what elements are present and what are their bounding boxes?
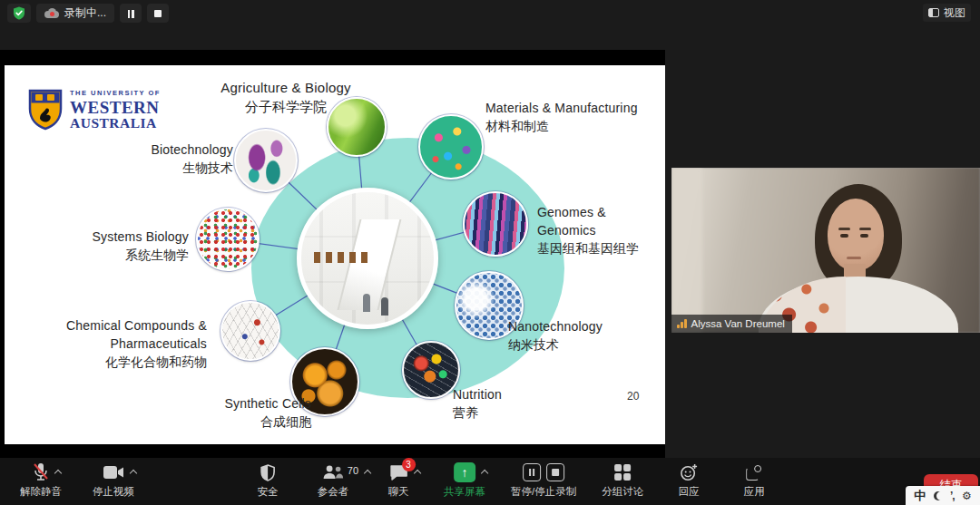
topic-zh: 生物技术 (88, 160, 233, 178)
materials-image-circle (418, 114, 484, 180)
shield-check-icon (13, 6, 25, 20)
participant-face (828, 199, 884, 271)
stop-video-button[interactable]: 停止视频 (93, 462, 134, 499)
ime-toolbar[interactable]: 中 ’, ⚙ (906, 486, 980, 505)
participant-feature (838, 228, 850, 230)
microphone-muted-icon (33, 462, 49, 482)
topic-materials: Materials & Manufacturing 材料和制造 (485, 100, 662, 136)
video-options-caret[interactable] (131, 469, 137, 475)
share-screen-button[interactable]: ↑ 共享屏幕 (444, 462, 485, 499)
recording-status-text: 录制中... (64, 5, 106, 21)
genomics-image-circle (463, 191, 528, 257)
topic-en: Genomes & Genomics (537, 204, 644, 240)
ime-fullwidth-moon-icon[interactable] (934, 491, 943, 500)
stop-recording-button[interactable] (147, 4, 169, 23)
topic-en: Nutrition (453, 386, 553, 404)
participant-name: Alyssa Van Dreumel (691, 318, 785, 329)
recording-indicator: 录制中... (36, 4, 114, 23)
participants-count: 70 (348, 465, 358, 476)
pause-stop-recording-button[interactable]: 暂停/停止录制 (511, 462, 576, 499)
participant-feature (847, 257, 861, 259)
participant-feature (859, 228, 871, 230)
ime-settings-gear-icon[interactable]: ⚙ (962, 490, 972, 502)
pause-recording-button[interactable] (120, 4, 142, 23)
participant-feature (840, 234, 848, 238)
share-screen-icon: ↑ (454, 462, 475, 482)
reactions-button[interactable]: 回应 (669, 462, 709, 499)
presentation-slide: THE UNIVERSITY OF WESTERN AUSTRALIA (5, 65, 665, 444)
topic-zh: 基因组和基因组学 (537, 240, 644, 258)
apps-icon (746, 464, 762, 481)
topic-systems-biology: Systems Biology 系统生物学 (54, 228, 189, 265)
share-options-caret[interactable] (482, 469, 488, 475)
chat-unread-badge: 3 (402, 458, 416, 471)
unmute-button[interactable]: 解除静音 (20, 462, 62, 499)
participants-button[interactable]: 70 参会者 (313, 462, 353, 499)
topic-nanotechnology: Nanotechnology 纳米技术 (508, 318, 658, 354)
stop-video-label: 停止视频 (93, 485, 134, 499)
topic-en: Synthetic Cells (141, 395, 311, 413)
pause-icon (127, 5, 135, 22)
apps-button[interactable]: 应用 (734, 462, 774, 499)
mic-options-caret[interactable] (55, 469, 62, 475)
topic-zh: 化学化合物和药物 (30, 354, 207, 372)
stop-recording-icon[interactable] (546, 463, 564, 481)
breakout-rooms-button[interactable]: 分组讨论 (602, 462, 643, 499)
topic-en: Systems Biology (54, 228, 189, 247)
participant-video-tile[interactable]: Alyssa Van Dreumel (671, 168, 980, 333)
recording-controls: 录制中... (7, 4, 169, 23)
chat-options-caret[interactable] (415, 469, 421, 475)
chat-label: 聊天 (388, 485, 409, 499)
topic-en: Materials & Manufacturing (485, 100, 662, 118)
reactions-smiley-icon (680, 463, 698, 481)
audio-level-icon (677, 319, 687, 328)
topic-genomics: Genomes & Genomics 基因组和基因组学 (537, 204, 644, 258)
chat-button[interactable]: 3 聊天 (378, 462, 418, 499)
topic-zh: 系统生物学 (54, 247, 189, 265)
building-photo-circle (297, 188, 438, 329)
topic-zh: 纳米技术 (508, 336, 658, 354)
topic-biotechnology: Biotechnology 生物技术 (88, 141, 233, 178)
view-layout-icon (928, 8, 939, 17)
topic-zh: 营养 (453, 404, 553, 422)
camera-icon (103, 465, 124, 480)
topic-nutrition: Nutrition 营养 (453, 386, 553, 422)
meeting-toolbar: 解除静音 停止视频 安全 (0, 458, 980, 505)
doors-graphic (314, 252, 368, 263)
topic-zh: 材料和制造 (485, 118, 662, 136)
biotechnology-image-circle (234, 129, 298, 192)
shared-screen-stage: THE UNIVERSITY OF WESTERN AUSTRALIA (0, 50, 665, 458)
share-screen-label: 共享屏幕 (444, 485, 485, 499)
security-shield-button[interactable] (7, 4, 31, 23)
ime-language-mode[interactable]: 中 (914, 488, 926, 504)
apps-label: 应用 (744, 485, 765, 499)
view-button[interactable]: 视图 (923, 4, 971, 22)
topic-agriculture: Agriculture & Biology 分子科学学院 (191, 78, 381, 117)
breakout-grid-icon (614, 464, 632, 481)
security-button[interactable]: 安全 (248, 462, 288, 499)
participants-icon (322, 464, 344, 481)
nutrition-image-circle (402, 341, 460, 399)
participants-label: 参会者 (318, 485, 349, 499)
reactions-label: 回应 (679, 485, 700, 499)
cloud-recording-icon (44, 8, 59, 18)
person-silhouette (363, 294, 370, 312)
slide-page-number: 20 (627, 390, 639, 403)
breakout-rooms-label: 分组讨论 (602, 485, 643, 499)
participants-options-caret[interactable] (365, 469, 371, 475)
person-silhouette (381, 297, 388, 316)
topic-zh: 分子科学学院 (191, 97, 381, 116)
topic-en: Chemical Compounds & Pharmaceuticals (30, 317, 207, 354)
ime-punctuation-icon[interactable]: ’, (950, 490, 955, 502)
topic-synthetic-cells: Synthetic Cells 合成细胞 (141, 395, 311, 432)
video-background-window (671, 168, 702, 333)
topic-en: Biotechnology (88, 141, 233, 160)
chemical-image-circle (220, 301, 280, 361)
topic-chemical: Chemical Compounds & Pharmaceuticals 化学化… (30, 317, 207, 372)
pause-recording-icon[interactable] (523, 463, 541, 481)
unmute-label: 解除静音 (20, 485, 62, 499)
pause-stop-recording-label: 暂停/停止录制 (511, 485, 576, 499)
security-label: 安全 (258, 485, 279, 499)
topic-zh: 合成细胞 (141, 413, 311, 432)
topic-en: Agriculture & Biology (191, 78, 381, 97)
